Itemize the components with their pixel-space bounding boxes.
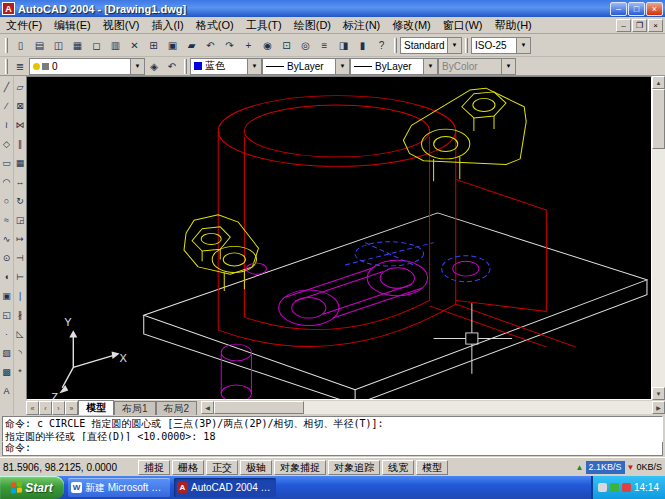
task-word[interactable]: W 新建 Microsoft Word ... <box>68 478 170 497</box>
status-toggle[interactable]: 对象捕捉 <box>274 460 326 475</box>
zoom-window-icon[interactable]: ⊡ <box>277 36 296 54</box>
menu-item[interactable]: 修改(M) <box>386 17 437 33</box>
chevron-down-icon[interactable]: ▼ <box>130 59 144 74</box>
plot-preview-icon[interactable]: ◻ <box>87 36 106 54</box>
stretch-icon[interactable]: ↦ <box>14 229 26 248</box>
scroll-down-icon[interactable]: ▼ <box>652 387 665 400</box>
mtext-icon[interactable]: A <box>1 381 13 400</box>
toolbar-grip[interactable] <box>394 38 397 53</box>
close-button[interactable]: × <box>646 2 663 16</box>
chevron-down-icon[interactable]: ▼ <box>335 59 349 74</box>
polygon-icon[interactable]: ◇ <box>1 134 13 153</box>
clock[interactable]: 14:14 <box>634 482 659 493</box>
menu-item[interactable]: 文件(F) <box>0 17 48 33</box>
insert-block-icon[interactable]: ▣ <box>1 286 13 305</box>
rotate-icon[interactable]: ↻ <box>14 191 26 210</box>
chevron-down-icon[interactable]: ▼ <box>247 59 261 74</box>
publish-icon[interactable]: ▥ <box>106 36 125 54</box>
status-toggle[interactable]: 模型 <box>416 460 448 475</box>
horizontal-scrollbar[interactable]: ◀ ▶ <box>201 401 665 414</box>
doc-restore-button[interactable]: ❐ <box>632 19 647 32</box>
make-block-icon[interactable]: ◱ <box>1 305 13 324</box>
break-icon[interactable]: ∦ <box>14 305 26 324</box>
redo-icon[interactable]: ↷ <box>220 36 239 54</box>
menu-item[interactable]: 窗口(W) <box>437 17 489 33</box>
menu-item[interactable]: 标注(N) <box>337 17 386 33</box>
status-toggle[interactable]: 极轴 <box>240 460 272 475</box>
zoom-realtime-icon[interactable]: ◉ <box>258 36 277 54</box>
spline-icon[interactable]: ∿ <box>1 229 13 248</box>
maximize-button[interactable]: □ <box>628 2 645 16</box>
offset-icon[interactable]: ∥ <box>14 134 26 153</box>
chevron-down-icon[interactable]: ▼ <box>516 38 530 53</box>
tab-nav-button[interactable]: « <box>26 401 39 415</box>
status-toggle[interactable]: 正交 <box>206 460 238 475</box>
start-button[interactable]: Start <box>0 476 64 499</box>
new-icon[interactable]: ▯ <box>11 36 30 54</box>
fillet-icon[interactable]: ◝ <box>14 343 26 362</box>
properties-icon[interactable]: ≡ <box>315 36 334 54</box>
tool-palettes-icon[interactable]: ▮ <box>353 36 372 54</box>
toolbar-grip[interactable] <box>5 59 8 74</box>
tab-model[interactable]: 模型 <box>78 400 114 415</box>
tray-icon[interactable] <box>622 483 631 492</box>
ellipse-arc-icon[interactable]: ◖ <box>1 267 13 286</box>
color-combo[interactable]: 蓝色 ▼ <box>190 58 262 75</box>
layer-previous-icon[interactable]: ↶ <box>163 58 181 74</box>
command-input[interactable]: 命令: <box>2 442 663 456</box>
help-icon[interactable]: ? <box>372 36 391 54</box>
menu-item[interactable]: 绘图(D) <box>288 17 337 33</box>
save-icon[interactable]: ◫ <box>49 36 68 54</box>
pan-icon[interactable]: + <box>239 36 258 54</box>
point-icon[interactable]: · <box>1 324 13 343</box>
chevron-down-icon[interactable]: ▼ <box>447 38 461 53</box>
revcloud-icon[interactable]: ≈ <box>1 210 13 229</box>
tab-nav-button[interactable]: ‹ <box>39 401 52 415</box>
menu-item[interactable]: 工具(T) <box>240 17 288 33</box>
menu-item[interactable]: 插入(I) <box>145 17 189 33</box>
menu-item[interactable]: 帮助(H) <box>489 17 538 33</box>
hatch-icon[interactable]: ▨ <box>1 343 13 362</box>
arc-icon[interactable]: ◠ <box>1 172 13 191</box>
undo-icon[interactable]: ↶ <box>201 36 220 54</box>
minimize-button[interactable]: – <box>610 2 627 16</box>
copy-icon[interactable]: ⊠ <box>14 96 26 115</box>
ellipse-icon[interactable]: ⊙ <box>1 248 13 267</box>
doc-close-button[interactable]: × <box>648 19 663 32</box>
array-icon[interactable]: ▦ <box>14 153 26 172</box>
status-toggle[interactable]: 捕捉 <box>138 460 170 475</box>
tab-nav-button[interactable]: › <box>52 401 65 415</box>
vertical-scrollbar[interactable]: ▲ ▼ <box>652 76 665 400</box>
circle-icon[interactable]: ○ <box>1 191 13 210</box>
line-icon[interactable]: ╱ <box>1 77 13 96</box>
tray-icon[interactable] <box>598 483 607 492</box>
toolbar-grip[interactable] <box>184 59 187 74</box>
lineweight-combo[interactable]: ByLayer ▼ <box>350 58 438 75</box>
vertical-scroll-thumb[interactable] <box>652 89 665 149</box>
horizontal-scroll-thumb[interactable] <box>214 401 304 414</box>
menu-item[interactable]: 编辑(E) <box>48 17 97 33</box>
layer-manager-icon[interactable]: ≣ <box>11 58 29 74</box>
tab-layout1[interactable]: 布局1 <box>114 401 156 415</box>
designcenter-icon[interactable]: ◨ <box>334 36 353 54</box>
model-canvas[interactable]: Y X Z <box>26 76 652 400</box>
copy-clip-icon[interactable]: ⊞ <box>144 36 163 54</box>
move-icon[interactable]: ↔ <box>14 172 26 191</box>
text-style-combo[interactable]: Standard ▼ <box>400 37 462 54</box>
match-properties-icon[interactable]: ▰ <box>182 36 201 54</box>
status-toggle[interactable]: 线宽 <box>382 460 414 475</box>
construction-line-icon[interactable]: ∕ <box>1 96 13 115</box>
command-history[interactable]: 命令: c CIRCLE 指定圆的圆心或 [三点(3P)/两点(2P)/相切、相… <box>2 416 663 442</box>
tab-nav-button[interactable]: » <box>65 401 78 415</box>
extend-icon[interactable]: ⊢ <box>14 267 26 286</box>
plot-icon[interactable]: ▦ <box>68 36 87 54</box>
task-autocad[interactable]: A AutoCAD 2004 - [Dra... <box>174 478 276 497</box>
dim-style-combo[interactable]: ISO-25 ▼ <box>471 37 531 54</box>
chamfer-icon[interactable]: ◺ <box>14 324 26 343</box>
scroll-up-icon[interactable]: ▲ <box>652 76 665 89</box>
tab-layout2[interactable]: 布局2 <box>156 401 198 415</box>
status-toggle[interactable]: 栅格 <box>172 460 204 475</box>
tray-icon[interactable] <box>610 483 619 492</box>
trim-icon[interactable]: ⊣ <box>14 248 26 267</box>
menu-item[interactable]: 格式(O) <box>190 17 240 33</box>
